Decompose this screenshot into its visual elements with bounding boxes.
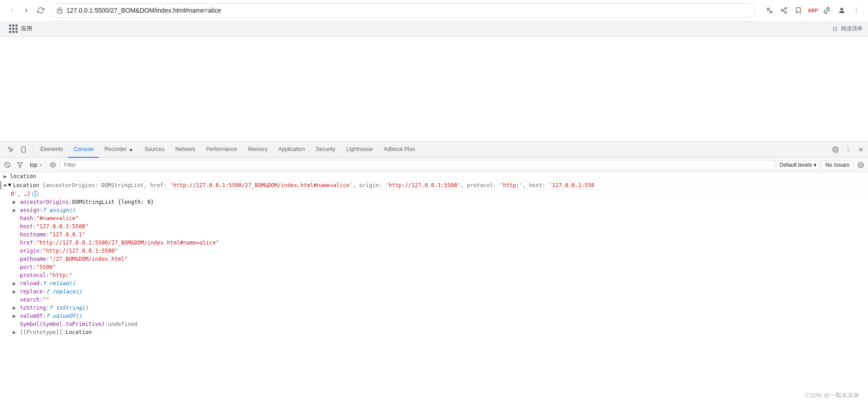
context-selector[interactable]: top bbox=[27, 161, 46, 169]
address-bar[interactable]: 127.0.0.1:5500/27_BOM&DOM/index.html#nam… bbox=[51, 3, 756, 18]
devtools-close-button[interactable] bbox=[855, 144, 866, 155]
eye-button[interactable] bbox=[47, 160, 58, 170]
prop-reload-key: reload bbox=[20, 280, 39, 287]
menu-button[interactable] bbox=[850, 4, 863, 17]
prop-hash-key: hash bbox=[20, 215, 33, 221]
svg-point-15 bbox=[848, 151, 849, 152]
console-toolbar: top Default levels ▾ No Issues bbox=[0, 158, 868, 172]
tab-elements[interactable]: Elements bbox=[35, 141, 68, 158]
location-obj-cont: 0', …} i bbox=[0, 190, 868, 198]
reload-button[interactable] bbox=[34, 4, 47, 17]
location-obj-indicator: ◀ bbox=[3, 182, 6, 188]
expand-prototype-arrow[interactable]: ▶ bbox=[13, 329, 19, 336]
svg-point-0 bbox=[59, 9, 61, 11]
tab-performance[interactable]: Performance bbox=[201, 141, 243, 158]
prop-search-key: search bbox=[20, 297, 39, 303]
watermark: CSDN @一颗冰淇淋 bbox=[805, 391, 859, 400]
page-content bbox=[0, 37, 868, 141]
expand-ancestor-arrow[interactable]: ▶ bbox=[13, 199, 19, 206]
prop-assign[interactable]: ▶ assign: f assign() bbox=[0, 207, 868, 215]
prop-reload[interactable]: ▶ reload: f reload() bbox=[0, 280, 868, 288]
apps-label: 应用 bbox=[21, 25, 32, 33]
expand-assign-arrow[interactable]: ▶ bbox=[13, 207, 19, 214]
prop-key: ancestorOrigins bbox=[20, 199, 69, 205]
prop-ancestorOrigins[interactable]: ▶ ancestorOrigins: DOMStringList {length… bbox=[0, 198, 868, 207]
apps-bookmark[interactable]: 应用 bbox=[5, 23, 36, 35]
prop-valueOf[interactable]: ▶ valueOf: f valueOf() bbox=[0, 312, 868, 320]
tab-adblock[interactable]: Adblock Plus bbox=[378, 141, 420, 158]
clear-console-button[interactable] bbox=[2, 160, 13, 170]
prop-port: port: "5500" bbox=[0, 264, 868, 272]
extensions-button[interactable] bbox=[821, 4, 834, 17]
svg-rect-10 bbox=[22, 147, 25, 152]
prop-protocol-key: protocol bbox=[20, 272, 46, 278]
prop-host-key: host bbox=[20, 223, 33, 230]
location-cont-text: 0', …} bbox=[11, 191, 30, 197]
levels-dropdown[interactable]: Default levels ▾ bbox=[776, 160, 819, 170]
console-settings-button[interactable] bbox=[855, 160, 866, 170]
inspect-element-button[interactable] bbox=[5, 144, 16, 155]
abp-button[interactable]: ABP bbox=[807, 4, 819, 17]
svg-point-1 bbox=[785, 7, 787, 9]
tab-memory[interactable]: Memory bbox=[242, 141, 273, 158]
tab-lighthouse[interactable]: Lighthouse bbox=[341, 141, 378, 158]
tab-application[interactable]: Application bbox=[273, 141, 311, 158]
svg-point-14 bbox=[848, 149, 849, 150]
info-icon[interactable]: i bbox=[32, 191, 38, 197]
svg-point-21 bbox=[52, 164, 54, 166]
bookmarks-bar: 应用 ⊡ 阅读清单 bbox=[0, 21, 868, 37]
device-toggle-button[interactable] bbox=[18, 144, 29, 155]
no-issues-badge: No Issues bbox=[821, 160, 854, 170]
prop-symbol-key: Symbol(Symbol.toPrimitive) bbox=[20, 321, 105, 327]
devtools-settings-button[interactable] bbox=[830, 144, 841, 155]
svg-line-5 bbox=[783, 9, 785, 10]
svg-line-4 bbox=[783, 11, 785, 12]
console-location-root[interactable]: ▶ location bbox=[0, 172, 868, 181]
expand-valueOf-arrow[interactable]: ▶ bbox=[13, 313, 19, 320]
prop-hostname-key: hostname bbox=[20, 231, 46, 238]
prop-host: host: "127.0.0.1:5500" bbox=[0, 223, 868, 231]
tab-sources[interactable]: Sources bbox=[139, 141, 170, 158]
tab-recorder[interactable]: Recorder ▲ bbox=[99, 141, 139, 158]
svg-line-19 bbox=[5, 163, 9, 166]
tab-network[interactable]: Network bbox=[170, 141, 201, 158]
translate-button[interactable] bbox=[763, 4, 776, 17]
tab-security[interactable]: Security bbox=[310, 141, 340, 158]
titlebar: 127.0.0.1:5500/27_BOM&DOM/index.html#nam… bbox=[0, 0, 868, 21]
tab-console[interactable]: Console bbox=[68, 141, 99, 158]
location-expand-btn[interactable]: ▼ bbox=[8, 182, 11, 188]
svg-point-3 bbox=[785, 12, 787, 14]
share-button[interactable] bbox=[778, 4, 790, 17]
expand-replace-arrow[interactable]: ▶ bbox=[13, 288, 19, 295]
devtools-tab-actions bbox=[830, 144, 866, 155]
svg-point-22 bbox=[860, 164, 862, 166]
forward-button[interactable] bbox=[20, 4, 33, 17]
svg-point-6 bbox=[840, 8, 843, 10]
prop-prototype[interactable]: ▶ [[Prototype]]: Location bbox=[0, 329, 868, 337]
prop-protocol: protocol: "http:" bbox=[0, 272, 868, 280]
filter-input[interactable] bbox=[60, 160, 775, 170]
prop-hash: hash: "#name=alice" bbox=[0, 215, 868, 223]
prop-symbol: Symbol(Symbol.toPrimitive): undefined bbox=[0, 320, 868, 329]
svg-point-8 bbox=[856, 10, 857, 11]
svg-marker-20 bbox=[17, 162, 23, 167]
url-display: 127.0.0.1:5500/27_BOM&DOM/index.html#nam… bbox=[66, 7, 750, 14]
apps-grid-icon bbox=[9, 24, 18, 33]
expand-reload-arrow[interactable]: ▶ bbox=[13, 280, 19, 287]
expand-location-arrow[interactable]: ▶ bbox=[4, 173, 10, 180]
prop-pathname-key: pathname bbox=[20, 256, 46, 262]
back-button[interactable] bbox=[5, 4, 18, 17]
expand-toString-arrow[interactable]: ▶ bbox=[13, 305, 19, 311]
prop-href-key: href bbox=[20, 240, 33, 246]
browser-actions: ABP bbox=[763, 4, 863, 17]
devtools-more-button[interactable] bbox=[843, 144, 854, 155]
prop-toString[interactable]: ▶ toString: f toString() bbox=[0, 304, 868, 312]
svg-point-9 bbox=[856, 12, 857, 13]
profile-button[interactable] bbox=[835, 4, 848, 17]
bookmark-button[interactable] bbox=[792, 4, 805, 17]
devtools-tabs: Elements Console Recorder ▲ Sources Netw… bbox=[0, 141, 868, 158]
prop-replace[interactable]: ▶ replace: f replace() bbox=[0, 288, 868, 296]
reader-mode-area: ⊡ 阅读清单 bbox=[833, 25, 863, 33]
filter-toggle-button[interactable] bbox=[14, 160, 25, 170]
svg-point-2 bbox=[781, 9, 783, 11]
